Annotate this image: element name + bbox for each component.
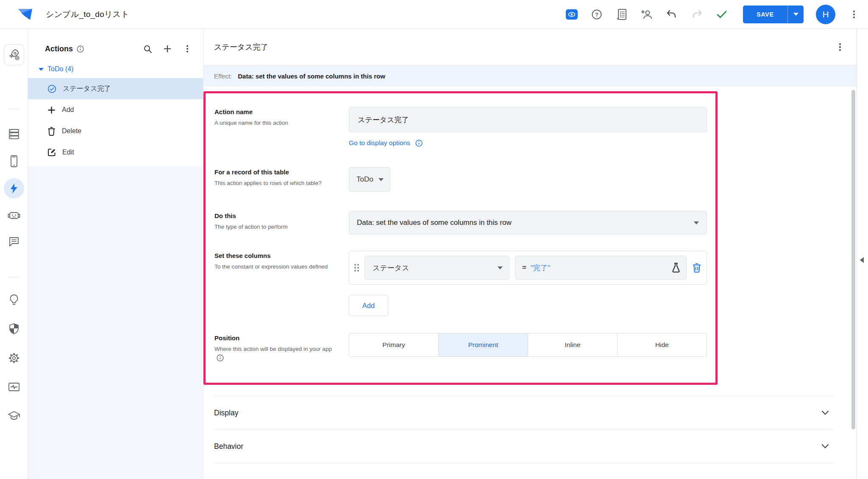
settings-scroll-area: Action name A unique name for this actio… xyxy=(203,87,857,479)
undo-icon[interactable] xyxy=(665,8,678,21)
add-icon[interactable] xyxy=(163,44,172,53)
field-label: Set these columns xyxy=(214,252,338,259)
more-menu-icon[interactable] xyxy=(834,41,846,53)
search-icon[interactable] xyxy=(143,44,152,53)
left-nav-rail xyxy=(0,29,28,479)
highlighted-form-region: Action name A unique name for this actio… xyxy=(203,91,718,385)
more-menu-icon[interactable] xyxy=(848,8,860,21)
field-sublabel: The type of action to perform xyxy=(214,222,338,232)
field-sublabel: Where this action will be displayed in y… xyxy=(214,346,332,352)
tree-group-label: ToDo (4) xyxy=(47,65,73,73)
position-option-inline[interactable]: Inline xyxy=(528,333,617,356)
nav-views-icon[interactable] xyxy=(8,155,19,168)
caret-down-icon xyxy=(39,68,44,71)
nav-intelligence-bulb-icon[interactable] xyxy=(8,294,19,307)
right-panel-edge xyxy=(857,29,868,479)
nav-manage-monitor-icon[interactable] xyxy=(8,381,20,392)
action-item-label: ステータス完了 xyxy=(63,84,111,93)
actions-panel-title: Actions xyxy=(45,45,73,53)
field-set-columns: Set these columns To the constant or exp… xyxy=(214,251,715,316)
keypad-icon[interactable] xyxy=(615,8,628,21)
column-select[interactable]: ステータス xyxy=(364,256,509,280)
vertical-scrollbar[interactable] xyxy=(851,90,855,429)
save-options-caret[interactable] xyxy=(787,6,804,23)
field-position: Position Where this action will be displ… xyxy=(214,333,715,364)
field-label: Position xyxy=(214,334,338,342)
help-icon[interactable]: ? xyxy=(590,8,603,21)
topbar-actions: ? xyxy=(565,5,860,24)
column-value-input[interactable]: = "完了" xyxy=(515,256,687,280)
edit-icon xyxy=(47,148,56,157)
nav-automation-bot-icon[interactable] xyxy=(7,210,21,221)
field-label: Do this xyxy=(214,212,338,219)
actions-panel: Actions xyxy=(28,29,203,479)
check-circle-icon xyxy=(47,84,56,93)
field-do-this: Do this The type of action to perform Da… xyxy=(214,211,715,235)
redo-icon xyxy=(690,8,703,21)
do-this-select[interactable]: Data: set the values of some columns in … xyxy=(349,211,707,235)
more-menu-icon[interactable] xyxy=(183,44,192,53)
field-table: For a record of this table This action a… xyxy=(214,167,715,192)
save-button[interactable]: SAVE xyxy=(743,6,787,23)
caret-down-icon xyxy=(793,13,798,16)
expression-flask-icon[interactable] xyxy=(671,262,681,273)
rail-divider xyxy=(8,277,19,277)
saved-check-icon xyxy=(715,8,728,21)
section-display[interactable]: Display xyxy=(214,396,833,429)
appsheet-logo-icon xyxy=(17,6,34,23)
section-label: Display xyxy=(214,409,238,417)
equals-sign: = xyxy=(522,263,526,272)
position-option-prominent[interactable]: Prominent xyxy=(438,333,528,356)
menu-item-add[interactable]: Add xyxy=(28,99,203,120)
nav-actions-icon[interactable] xyxy=(4,178,24,199)
chevron-down-icon xyxy=(821,409,829,417)
effect-value: Data: set the values of some columns in … xyxy=(238,73,385,80)
nav-data-icon[interactable] xyxy=(8,128,20,140)
actions-panel-header: Actions xyxy=(28,29,203,61)
delete-row-trash-icon[interactable] xyxy=(692,263,701,273)
menu-item-edit[interactable]: Edit xyxy=(28,142,203,163)
appsheet-editor: シンプル_to_doリスト ? xyxy=(0,0,868,479)
do-this-select-value: Data: set the values of some columns in … xyxy=(357,218,512,227)
position-option-hide[interactable]: Hide xyxy=(617,333,707,356)
share-add-person-icon[interactable] xyxy=(640,8,653,21)
field-action-name: Action name A unique name for this actio… xyxy=(214,107,715,147)
app-preview-toggle-icon[interactable] xyxy=(565,8,578,21)
position-segmented-control: Primary Prominent Inline Hide xyxy=(349,333,707,357)
avatar[interactable]: H xyxy=(816,5,835,24)
menu-item-label: Add xyxy=(62,106,74,114)
save-split-button: SAVE xyxy=(743,6,804,23)
field-sublabel: To the constant or expression values def… xyxy=(214,262,338,272)
drag-handle[interactable] xyxy=(354,264,359,272)
section-behavior[interactable]: Behavior xyxy=(214,429,833,463)
expression-value: "完了" xyxy=(531,263,550,273)
column-assignment-row: ステータス = "完了" xyxy=(349,251,707,285)
table-select[interactable]: ToDo xyxy=(349,167,390,192)
field-label: Action name xyxy=(214,108,338,115)
nav-settings-gear-icon[interactable] xyxy=(8,352,20,364)
section-divider xyxy=(214,463,833,463)
info-icon xyxy=(77,45,84,53)
nav-chat-icon[interactable] xyxy=(8,236,20,248)
add-column-button[interactable]: Add xyxy=(349,295,388,316)
action-item-selected[interactable]: ステータス完了 xyxy=(28,78,203,99)
collapse-panel-handle[interactable] xyxy=(860,257,864,263)
info-icon[interactable] xyxy=(217,354,224,364)
tree-group-todo[interactable]: ToDo (4) xyxy=(28,61,203,78)
info-icon[interactable] xyxy=(415,140,423,147)
action-name-input[interactable] xyxy=(349,107,707,132)
go-to-display-options-link[interactable]: Go to display options xyxy=(349,139,410,147)
effect-banner: Effect: Data: set the values of some col… xyxy=(203,65,857,87)
svg-text:?: ? xyxy=(595,11,598,17)
nav-learn-cap-icon[interactable] xyxy=(8,410,20,421)
chevron-down-icon xyxy=(821,442,829,451)
nav-security-shield-icon[interactable] xyxy=(8,323,20,336)
field-sublabel: A unique name for this action xyxy=(214,118,338,128)
position-option-primary[interactable]: Primary xyxy=(349,333,438,356)
caret-down-icon xyxy=(694,221,699,224)
menu-item-label: Edit xyxy=(62,148,74,156)
page-title: ステータス完了 xyxy=(214,42,268,52)
collapsible-sections: Display Behavior xyxy=(214,396,833,463)
app-rocket-icon[interactable] xyxy=(4,44,24,65)
menu-item-delete[interactable]: Delete xyxy=(28,120,203,142)
